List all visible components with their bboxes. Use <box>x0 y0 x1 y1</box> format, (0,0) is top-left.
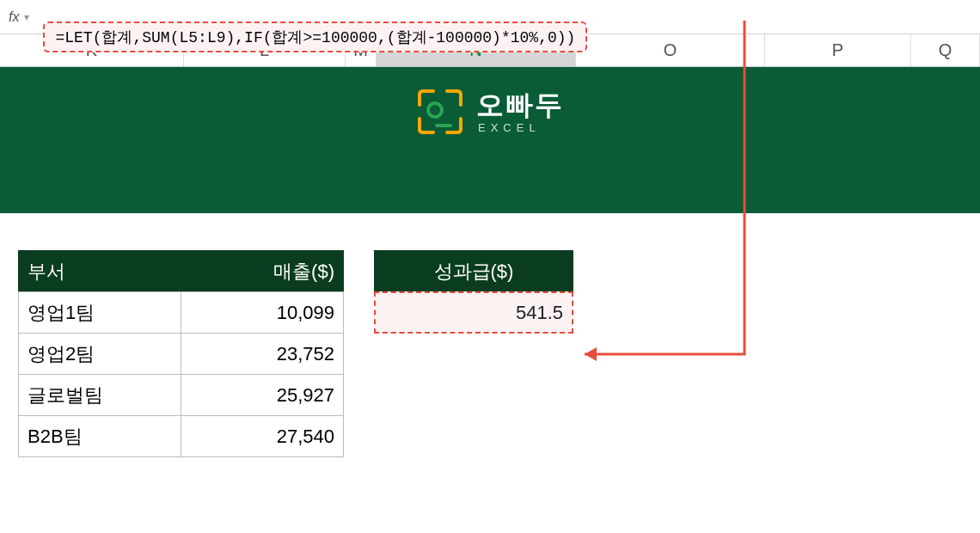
col-header-Q[interactable]: Q <box>911 34 980 66</box>
formula-input[interactable]: =LET(합계,SUM(L5:L9),IF(합계>=100000,(합계-100… <box>43 21 587 52</box>
svg-rect-1 <box>435 124 452 127</box>
brand-logo: 오빠두 EXCEL <box>416 88 564 136</box>
table-row: 영업1팀 10,099 541.5 <box>19 292 980 334</box>
formula-bar: fx ▾ =LET(합계,SUM(L5:L9),IF(합계>=100000,(합… <box>0 0 980 34</box>
brand-name-en: EXCEL <box>478 122 564 133</box>
cell-sales[interactable]: 23,752 <box>181 333 344 375</box>
cell-sales[interactable]: 10,099 <box>181 291 344 334</box>
svg-point-0 <box>428 103 442 117</box>
cell-dept[interactable]: 글로벌팀 <box>18 374 181 416</box>
cell-dept[interactable]: 영업2팀 <box>18 333 181 375</box>
chevron-down-icon[interactable]: ▾ <box>24 11 36 23</box>
brand-name-kr: 오빠두 <box>476 91 564 119</box>
cell-sales[interactable]: 27,540 <box>181 415 344 457</box>
col-header-P[interactable]: P <box>765 34 911 66</box>
col-header-O[interactable]: O <box>576 34 765 66</box>
table-row: B2B팀 27,540 <box>19 416 980 457</box>
brand-banner: 오빠두 EXCEL <box>0 67 980 213</box>
header-bonus[interactable]: 성과급($) <box>374 250 573 292</box>
logo-icon <box>416 88 464 136</box>
cell-bonus-result[interactable]: 541.5 <box>374 291 573 334</box>
header-sales[interactable]: 매출($) <box>181 250 344 292</box>
table-header-row: 부서 매출($) 성과급($) <box>19 251 980 292</box>
cell-dept[interactable]: B2B팀 <box>18 415 181 457</box>
table-row: 글로벌팀 25,927 <box>19 375 980 416</box>
fx-icon[interactable]: fx <box>0 9 24 25</box>
table-row: 영업2팀 23,752 <box>19 334 980 375</box>
header-dept[interactable]: 부서 <box>18 250 181 292</box>
cell-sales[interactable]: 25,927 <box>181 374 344 416</box>
sheet-area: 부서 매출($) 성과급($) 영업1팀 10,099 541.5 영업2팀 2… <box>0 213 980 457</box>
cell-dept[interactable]: 영업1팀 <box>18 291 181 334</box>
